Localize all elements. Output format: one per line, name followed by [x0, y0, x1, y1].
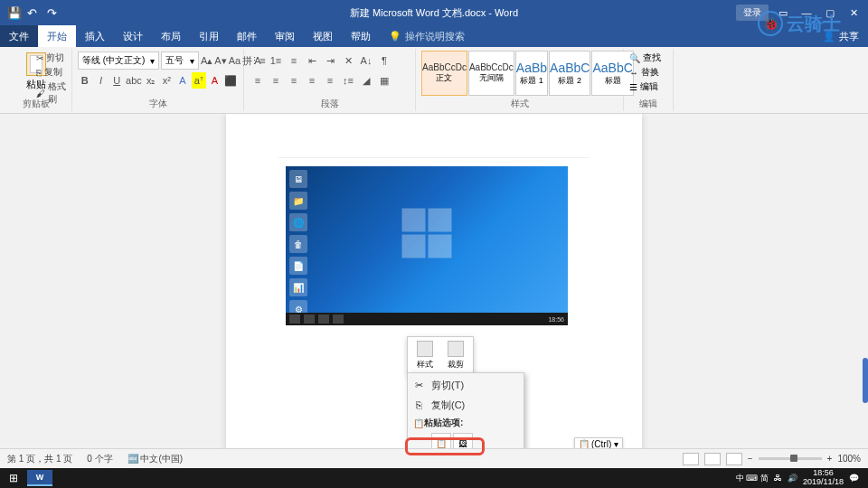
view-web-icon[interactable] — [726, 453, 742, 465]
mini-style-button[interactable]: 样式 — [410, 339, 440, 372]
status-language[interactable]: 🔤 中文(中国) — [127, 453, 183, 465]
style-heading2[interactable]: AaBbC标题 2 — [549, 51, 590, 96]
shading-icon[interactable]: ◢ — [358, 72, 374, 89]
tab-help[interactable]: 帮助 — [342, 25, 380, 47]
group-label: 字体 — [72, 98, 243, 110]
style-icon — [417, 341, 433, 357]
bold-icon[interactable]: B — [78, 72, 92, 89]
style-heading1[interactable]: AaBb标题 1 — [515, 51, 548, 96]
asian-layout-icon[interactable]: ✕ — [340, 52, 356, 69]
tray-notifications-icon[interactable]: 💬 — [849, 474, 859, 483]
group-label: 编辑 — [624, 98, 673, 110]
view-print-icon[interactable] — [704, 453, 721, 465]
ctx-copy[interactable]: ⎘复制(C) — [408, 395, 524, 415]
group-styles: AaBbCcDc正文 AaBbCcDc无间隔 AaBb标题 1 AaBbC标题 … — [416, 49, 624, 111]
select-button[interactable]: ☰ 编辑 — [629, 80, 667, 94]
justify-icon[interactable]: ≡ — [304, 72, 320, 89]
cut-button[interactable]: ✂ 剪切 — [36, 51, 71, 65]
tab-mailings[interactable]: 邮件 — [228, 25, 266, 47]
change-case-icon[interactable]: Aa — [229, 52, 241, 69]
tab-references[interactable]: 引用 — [190, 25, 228, 47]
distributed-icon[interactable]: ≡ — [322, 72, 338, 89]
zoom-slider[interactable] — [759, 457, 822, 460]
group-paragraph: ⋮≡ 1≡ ≡ ⇤ ⇥ ✕ A↓ ¶ ≡ ≡ ≡ ≡ ≡ ↕≡ ◢ ▦ 段落 — [244, 49, 416, 111]
underline-icon[interactable]: U — [109, 72, 124, 89]
tab-insert[interactable]: 插入 — [76, 25, 114, 47]
zoom-level[interactable]: 100% — [837, 454, 861, 464]
start-button[interactable]: ⊞ — [4, 470, 24, 486]
grow-font-icon[interactable]: A▴ — [201, 52, 212, 69]
tray-ime[interactable]: 中 ⌨ 简 — [736, 473, 769, 484]
char-shading-icon[interactable]: ⬛ — [223, 72, 238, 89]
mini-crop-button[interactable]: 裁剪 — [440, 339, 471, 372]
document-area[interactable]: 🖥 📁 🌐 🗑 📄 📊 ⚙ 18:56 📋 (Ctrl) ▾ 样式 裁剪 ✂剪切… — [0, 114, 868, 466]
tab-file[interactable]: 文件 — [0, 25, 38, 47]
font-color-icon[interactable]: A — [208, 72, 222, 89]
redo-icon[interactable]: ↷ — [47, 6, 60, 19]
show-marks-icon[interactable]: ¶ — [376, 52, 392, 69]
strikethrough-icon[interactable]: abc — [126, 72, 142, 89]
task-word-icon[interactable]: W — [27, 470, 52, 486]
view-read-icon[interactable] — [683, 453, 699, 465]
undo-icon[interactable]: ↶ — [27, 6, 40, 19]
font-size-combo[interactable]: 五号▾ — [161, 52, 199, 70]
tray-volume-icon[interactable]: 🔊 — [788, 474, 797, 483]
shrink-font-icon[interactable]: A▾ — [214, 52, 226, 69]
system-tray: 中 ⌨ 简 🖧 🔊 18:562019/11/18 💬 — [736, 469, 864, 487]
tab-view[interactable]: 视图 — [304, 25, 342, 47]
document-title: 新建 Microsoft Word 文档.docx - Word — [350, 6, 518, 20]
borders-icon[interactable]: ▦ — [376, 72, 392, 89]
scrollbar-thumb[interactable] — [863, 358, 868, 403]
group-editing: 🔍 查找 ↔ 替换 ☰ 编辑 编辑 — [624, 49, 674, 111]
line-spacing-icon[interactable]: ↕≡ — [340, 72, 356, 89]
tray-network-icon[interactable]: 🖧 — [774, 474, 782, 483]
save-icon[interactable]: 💾 — [7, 6, 20, 19]
quick-access-toolbar: 💾 ↶ ↷ — [0, 6, 67, 19]
group-clipboard: 粘贴 ✂ 剪切 ⎘ 复制 🖌 格式刷 剪贴板 — [0, 49, 72, 111]
italic-icon[interactable]: I — [94, 72, 108, 89]
multilevel-icon[interactable]: ≡ — [286, 52, 302, 69]
windows-taskbar: ⊞ W 中 ⌨ 简 🖧 🔊 18:562019/11/18 💬 — [0, 468, 868, 488]
find-button[interactable]: 🔍 查找 — [629, 51, 667, 65]
tab-home[interactable]: 开始 — [38, 25, 76, 47]
font-name-combo[interactable]: 等线 (中文正文)▾ — [78, 52, 159, 70]
title-bar: 💾 ↶ ↷ 新建 Microsoft Word 文档.docx - Word 登… — [0, 0, 868, 25]
crop-icon — [448, 341, 464, 357]
group-label: 段落 — [244, 98, 415, 110]
zoom-out-icon[interactable]: − — [748, 454, 753, 464]
align-left-icon[interactable]: ≡ — [250, 72, 266, 89]
highlight-icon[interactable]: aꜛ — [192, 72, 206, 89]
tab-review[interactable]: 审阅 — [266, 25, 304, 47]
numbering-icon[interactable]: 1≡ — [268, 52, 284, 69]
tab-layout[interactable]: 布局 — [152, 25, 190, 47]
superscript-icon[interactable]: x² — [160, 72, 175, 89]
embedded-screenshot[interactable]: 🖥 📁 🌐 🗑 📄 📊 ⚙ 18:56 — [286, 166, 568, 325]
style-nospacing[interactable]: AaBbCcDc无间隔 — [468, 51, 514, 96]
decrease-indent-icon[interactable]: ⇤ — [304, 52, 320, 69]
group-font: 等线 (中文正文)▾ 五号▾ A▴ A▾ Aa 拼 A B I U abc x₂… — [72, 49, 244, 111]
zoom-in-icon[interactable]: + — [827, 454, 833, 464]
copy-button[interactable]: ⎘ 复制 — [36, 65, 71, 80]
style-normal[interactable]: AaBbCcDc正文 — [421, 51, 467, 96]
tab-design[interactable]: 设计 — [114, 25, 152, 47]
desktop-icon: 🌐 — [289, 213, 307, 231]
tell-me-search[interactable]: 💡 操作说明搜索 — [389, 30, 465, 43]
sort-icon[interactable]: A↓ — [358, 52, 374, 69]
ribbon: 粘贴 ✂ 剪切 ⎘ 复制 🖌 格式刷 剪贴板 等线 (中文正文)▾ 五号▾ A▴… — [0, 47, 868, 114]
close-icon[interactable]: ✕ — [844, 7, 863, 19]
align-center-icon[interactable]: ≡ — [268, 72, 284, 89]
increase-indent-icon[interactable]: ⇥ — [322, 52, 338, 69]
desktop-icon: 🖥 — [289, 170, 307, 188]
align-right-icon[interactable]: ≡ — [286, 72, 302, 89]
subscript-icon[interactable]: x₂ — [144, 72, 158, 89]
replace-button[interactable]: ↔ 替换 — [629, 65, 667, 80]
tray-clock[interactable]: 18:562019/11/18 — [803, 469, 844, 487]
embedded-taskbar: 18:56 — [286, 313, 568, 325]
status-page[interactable]: 第 1 页，共 1 页 — [7, 453, 72, 465]
ctx-cut[interactable]: ✂剪切(T) — [408, 375, 524, 395]
watermark-logo: 🐞云骑士 — [758, 11, 841, 36]
bullets-icon[interactable]: ⋮≡ — [250, 52, 266, 69]
status-words[interactable]: 0 个字 — [87, 453, 112, 465]
desktop-icon: 📊 — [289, 278, 307, 296]
text-effects-icon[interactable]: A — [175, 72, 190, 89]
